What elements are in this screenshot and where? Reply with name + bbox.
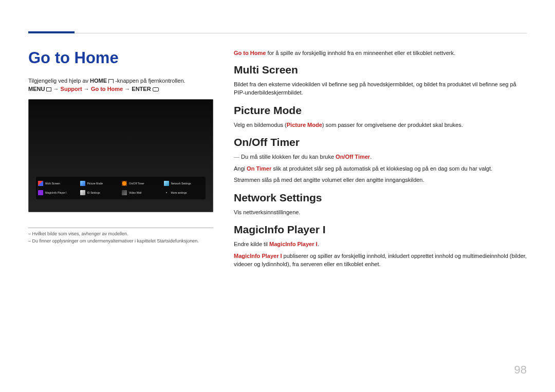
- intro-suffix: -knappen på fjernkontrollen.: [115, 78, 185, 84]
- more-icon: [164, 190, 169, 195]
- onoff-angi: Angi On Timer slik at produktet slår seg…: [234, 164, 527, 173]
- menu-icon: [46, 87, 51, 91]
- toolbar-item-onofftimer[interactable]: On/Off Timer: [121, 180, 163, 187]
- onoff-note-post: .: [370, 154, 372, 160]
- dash-icon: [234, 154, 241, 160]
- section-onoff: On/Off Timer: [234, 136, 527, 148]
- multiscreen-body: Bildet fra den eksterne videokilden vil …: [234, 80, 527, 97]
- timer-icon: [122, 181, 127, 186]
- magicinfo-icon: [38, 190, 43, 195]
- onoff-angi-post: slik at produktet slår seg på automatisk…: [271, 165, 492, 172]
- magic2-red: MagicInfo Player I: [234, 253, 282, 259]
- breadcrumb: MENU → Support → Go to Home → ENTER: [28, 86, 213, 92]
- section-multiscreen: Multi Screen: [234, 64, 527, 76]
- footnote-1: Hvilket bilde som vises, avhenger av mod…: [28, 231, 213, 236]
- magic1-post: .: [318, 241, 319, 247]
- toolbar-label: More settings: [171, 191, 187, 194]
- section-magicinfo: MagicInfo Player I: [234, 223, 527, 236]
- breadcrumb-menu: MENU: [28, 86, 45, 92]
- section-network: Network Settings: [234, 192, 527, 204]
- breadcrumb-support: Support: [61, 86, 82, 92]
- toolbar-item-multiscreen[interactable]: Multi Screen: [37, 180, 79, 187]
- onoff-angi-pre: Angi: [234, 165, 247, 172]
- breadcrumb-enter: ENTER: [132, 86, 151, 92]
- breadcrumb-gotohome: Go to Home: [91, 86, 123, 92]
- header-rule: [28, 8, 527, 33]
- network-icon: [164, 181, 169, 186]
- picture-icon: [80, 181, 85, 186]
- magic-line2: MagicInfo Player I publiserer og spiller…: [234, 252, 527, 269]
- toolbar-item-magicinfo[interactable]: MagicInfo Player I: [37, 189, 79, 196]
- toolbar-label: Network Settings: [171, 182, 191, 185]
- intro-prefix: Tilgjengelig ved hjelp av: [28, 78, 90, 84]
- toolbar-item-videowall[interactable]: Video Wall: [121, 189, 163, 196]
- toolbar-label: ID Settings: [87, 191, 100, 194]
- arrow1: →: [53, 86, 61, 92]
- arrow3: →: [124, 86, 132, 92]
- right-intro-red: Go to Home: [234, 50, 266, 56]
- picturemode-body: Velg en bildemodus (Picture Mode) som pa…: [234, 121, 527, 129]
- videowall-icon: [122, 190, 127, 195]
- toolbar-label: Video Wall: [129, 191, 142, 194]
- toolbar-label: Picture Mode: [87, 182, 103, 185]
- magic1-pre: Endre kilde til: [234, 241, 269, 247]
- multiscreen-icon: [38, 181, 43, 186]
- magic-line1: Endre kilde til MagicInfo Player I.: [234, 240, 527, 249]
- onoff-note: Du må stille klokken før du kan bruke On…: [234, 153, 527, 161]
- network-body: Vis nettverksinnstillingene.: [234, 208, 527, 217]
- toolbar-label: On/Off Timer: [129, 182, 144, 185]
- onoff-angi-red: On Timer: [247, 165, 271, 172]
- toolbar-item-picturemode[interactable]: Picture Mode: [79, 180, 121, 187]
- intro-text: Tilgjengelig ved hjelp av HOME -knappen …: [28, 78, 213, 84]
- toolbar-item-network[interactable]: Network Settings: [163, 180, 205, 187]
- toolbar-row-1: Multi Screen Picture Mode On/Off Timer N…: [37, 179, 205, 188]
- toolbar-item-more[interactable]: More settings: [163, 189, 205, 196]
- right-intro: Go to Home for å spille av forskjellig i…: [234, 49, 527, 58]
- right-intro-body: for å spille av forskjellig innhold fra …: [266, 50, 455, 56]
- home-icon: [108, 79, 114, 83]
- toolbar-label: MagicInfo Player I: [45, 191, 67, 194]
- footnote-2: Du finner opplysninger om undermenyalter…: [28, 238, 213, 244]
- home-toolbar: Multi Screen Picture Mode On/Off Timer N…: [36, 177, 206, 199]
- id-icon: [80, 190, 85, 195]
- magic1-red: MagicInfo Player I: [269, 241, 318, 247]
- onoff-line3: Strømmen slås på med det angitte volumet…: [234, 176, 527, 184]
- page-title: Go to Home: [28, 49, 213, 67]
- intro-home-word: HOME: [90, 78, 107, 84]
- footnote-rule: [28, 228, 213, 228]
- header-accent: [28, 31, 75, 33]
- onoff-note-pre: Du må stille klokken før du kan bruke: [241, 154, 336, 160]
- enter-icon: [153, 87, 159, 91]
- arrow2: →: [84, 86, 91, 92]
- section-picturemode: Picture Mode: [234, 104, 527, 117]
- tv-screenshot: Multi Screen Picture Mode On/Off Timer N…: [28, 99, 213, 212]
- onoff-note-red: On/Off Timer: [336, 154, 370, 160]
- toolbar-label: Multi Screen: [45, 182, 60, 185]
- picture-post: ) som passer for omgivelsene der produkt…: [322, 122, 463, 128]
- page-number: 98: [514, 363, 527, 377]
- toolbar-row-2: MagicInfo Player I ID Settings Video Wal…: [37, 188, 205, 197]
- toolbar-item-idsettings[interactable]: ID Settings: [79, 189, 121, 196]
- picture-pre: Velg en bildemodus (: [234, 122, 287, 128]
- picture-red: Picture Mode: [287, 122, 322, 128]
